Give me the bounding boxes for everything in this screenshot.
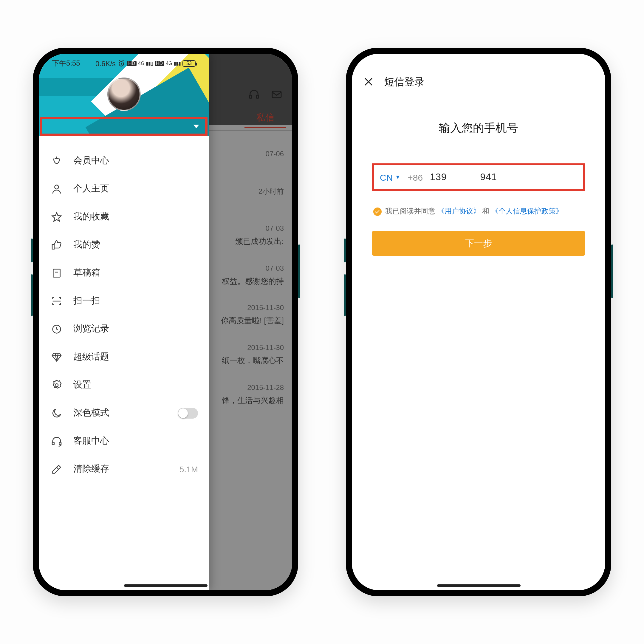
alarm-icon bbox=[117, 60, 125, 67]
svg-rect-2 bbox=[272, 91, 281, 98]
cache-size: 5.1M bbox=[179, 464, 198, 474]
menu-super-topic[interactable]: 超级话题 bbox=[39, 343, 209, 371]
hd-badge: HD bbox=[155, 61, 164, 66]
terms-row: 我已阅读并同意 《用户协议》 和 《个人信息保护政策》 bbox=[372, 206, 585, 216]
gesture-bar bbox=[124, 584, 207, 587]
crown-icon bbox=[51, 155, 63, 167]
chevron-down-icon: ▼ bbox=[395, 174, 400, 180]
account-switcher-highlight[interactable] bbox=[40, 117, 208, 136]
avatar[interactable] bbox=[107, 78, 140, 111]
menu-scan[interactable]: 扫一扫 bbox=[39, 287, 209, 315]
diamond-icon bbox=[51, 351, 63, 363]
phone-frame-left: 私信 07-06 2小时前 07-03颁已成功发出: 07-03权益。感谢您的持… bbox=[33, 48, 298, 596]
tab-messages[interactable]: 私信 bbox=[256, 112, 274, 123]
menu-profile[interactable]: 个人主页 bbox=[39, 175, 209, 203]
moon-icon bbox=[51, 407, 63, 419]
close-icon[interactable] bbox=[363, 76, 374, 88]
menu-settings[interactable]: 设置 bbox=[39, 371, 209, 399]
svg-point-4 bbox=[55, 185, 58, 189]
link-user-agreement[interactable]: 《用户协议》 bbox=[437, 207, 480, 215]
signal-4g-icon: 4G ▮▮▮ bbox=[166, 61, 181, 66]
country-code-selector[interactable]: CN ▼ bbox=[380, 172, 400, 182]
gesture-bar bbox=[437, 584, 520, 587]
battery-icon: 53 bbox=[182, 60, 196, 67]
side-drawer: 下午5:55 0.6K/s HD 4G ▮▮▯ HD 4G ▮▮▮ 53 bbox=[39, 54, 209, 590]
menu-history[interactable]: 浏览记录 bbox=[39, 315, 209, 343]
menu-favorites[interactable]: 我的收藏 bbox=[39, 203, 209, 231]
phone-masked bbox=[449, 173, 478, 181]
menu-member[interactable]: 会员中心 bbox=[39, 147, 209, 175]
star-icon bbox=[51, 211, 63, 223]
status-time: 下午5:55 bbox=[52, 58, 80, 69]
login-heading: 输入您的手机号 bbox=[372, 120, 585, 136]
status-speed: 0.6K/s bbox=[95, 59, 116, 68]
user-icon bbox=[51, 183, 63, 195]
signal-4g-icon: 4G ▮▮▯ bbox=[138, 61, 153, 66]
draft-icon bbox=[51, 267, 63, 279]
svg-rect-5 bbox=[53, 269, 60, 277]
phone-input-highlight: CN ▼ +86 139 941 bbox=[372, 163, 585, 191]
menu-dark-mode[interactable]: 深色模式 bbox=[39, 399, 209, 427]
login-title: 短信登录 bbox=[384, 75, 425, 89]
svg-rect-0 bbox=[250, 95, 252, 98]
svg-rect-1 bbox=[256, 95, 258, 98]
menu-clear-cache[interactable]: 清除缓存 5.1M bbox=[39, 455, 209, 483]
headset-icon bbox=[51, 435, 63, 447]
gear-icon bbox=[51, 379, 63, 391]
mail-icon[interactable] bbox=[271, 88, 283, 100]
headset-icon[interactable] bbox=[248, 88, 260, 100]
hd-badge: HD bbox=[127, 61, 136, 66]
menu-support[interactable]: 客服中心 bbox=[39, 427, 209, 455]
link-privacy-policy[interactable]: 《个人信息保护政策》 bbox=[491, 207, 563, 215]
dial-code: +86 bbox=[408, 172, 423, 182]
menu-drafts[interactable]: 草稿箱 bbox=[39, 259, 209, 287]
phone-input[interactable]: 139 941 bbox=[430, 172, 497, 182]
svg-rect-8 bbox=[52, 442, 54, 444]
dark-mode-toggle[interactable] bbox=[178, 408, 198, 418]
agree-checkbox[interactable] bbox=[373, 207, 382, 216]
svg-point-7 bbox=[55, 383, 58, 386]
thumbs-up-icon bbox=[51, 239, 63, 251]
clock-icon bbox=[51, 323, 63, 335]
eraser-icon bbox=[51, 463, 63, 475]
menu-likes[interactable]: 我的赞 bbox=[39, 231, 209, 259]
next-button[interactable]: 下一步 bbox=[372, 231, 585, 256]
phone-frame-right: 短信登录 输入您的手机号 CN ▼ +86 139 941 bbox=[346, 48, 611, 596]
chevron-down-icon bbox=[193, 125, 199, 128]
drawer-menu: 会员中心 个人主页 我的收藏 我的赞 bbox=[39, 136, 209, 483]
scan-icon bbox=[51, 295, 63, 307]
svg-rect-9 bbox=[59, 442, 61, 444]
login-header: 短信登录 bbox=[352, 54, 605, 97]
status-bar: 下午5:55 0.6K/s HD 4G ▮▮▯ HD 4G ▮▮▮ 53 bbox=[39, 58, 209, 69]
